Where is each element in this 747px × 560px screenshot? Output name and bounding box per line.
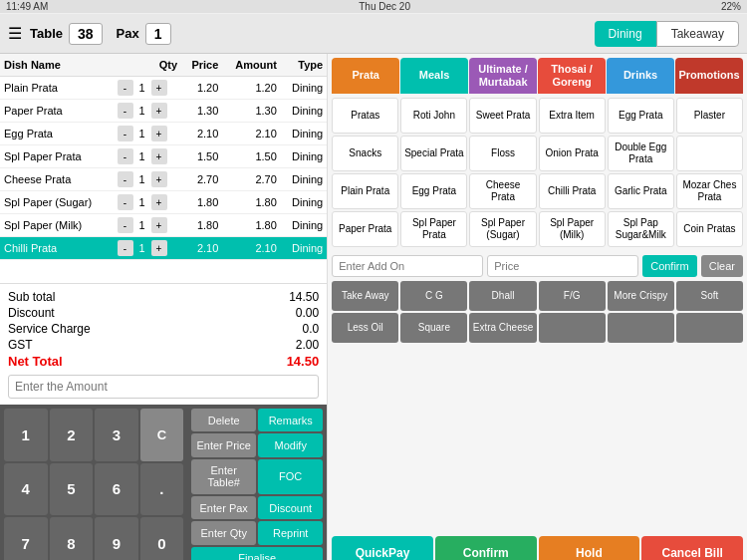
delete-button[interactable]: Delete [191,409,256,431]
menu-item[interactable]: Garlic Prata [608,173,674,209]
modify-button[interactable]: Modify [258,433,323,456]
menu-icon[interactable]: ☰ [8,24,22,43]
num-9-button[interactable]: 9 [95,517,138,560]
qty-minus-button[interactable]: - [118,103,133,119]
menu-item[interactable]: Roti John [400,98,467,134]
clear-button[interactable]: C [140,409,184,461]
menu-item[interactable]: Sweet Prata [469,98,536,134]
qty-minus-button[interactable]: - [118,171,133,187]
table-row[interactable]: Cheese Prata - 1 + 2.70 2.70 Dining [0,168,327,191]
addon-item[interactable]: Dhall [469,281,536,311]
menu-item[interactable]: Special Prata [400,136,467,171]
addon-text-input[interactable] [332,255,483,277]
menu-item[interactable]: Pratas [332,98,398,134]
dining-mode-button[interactable]: Dining [595,21,656,47]
addon-clear-button[interactable]: Clear [701,255,743,277]
cancel-bill-button[interactable]: Cancel Bill [641,536,743,560]
category-tab-drinks[interactable]: Drinks [607,58,674,94]
qty-plus-button[interactable]: + [151,171,167,187]
qty-plus-button[interactable]: + [151,80,167,96]
enter-qty-button[interactable]: Enter Qty [191,521,256,544]
category-tab-promotions[interactable]: Promotions [675,58,743,94]
enter-pax-button[interactable]: Enter Pax [191,496,256,519]
num-3-button[interactable]: 3 [95,409,138,461]
addon-confirm-button[interactable]: Confirm [642,255,697,277]
enter-table-button[interactable]: Enter Table# [191,459,256,494]
menu-item[interactable]: Egg Prata [608,98,674,134]
num-7-button[interactable]: 7 [4,517,48,560]
table-row[interactable]: Spl Paper (Milk) - 1 + 1.80 1.80 Dining [0,214,327,237]
qty-plus-button[interactable]: + [151,126,167,141]
reprint-button[interactable]: Reprint [258,521,323,544]
type-cell: Dining [281,77,327,100]
menu-item[interactable]: Snacks [332,136,398,171]
takeaway-mode-button[interactable]: Takeaway [656,21,739,47]
addon-item[interactable]: Take Away [332,281,398,311]
hold-button[interactable]: Hold [539,536,640,560]
menu-item[interactable]: Chilli Prata [539,173,606,209]
menu-item[interactable]: Spl Paper (Sugar) [469,211,536,247]
menu-item[interactable]: Plaster [676,98,743,134]
menu-item[interactable]: Floss [469,136,536,171]
type-cell: Dining [281,145,327,168]
menu-item[interactable]: Extra Item [539,98,606,134]
num-1-button[interactable]: 1 [4,409,48,461]
table-row[interactable]: Paper Prata - 1 + 1.30 1.30 Dining [0,100,327,123]
price-cell: 1.50 [181,145,222,168]
category-tab-meals[interactable]: Meals [400,58,468,94]
num-0-button[interactable]: 0 [140,517,184,560]
num-8-button[interactable]: 8 [50,517,94,560]
menu-item[interactable]: Mozar Ches Prata [676,173,743,209]
foc-button[interactable]: FOC [258,459,323,494]
menu-item[interactable]: Paper Prata [332,211,398,247]
qty-minus-button[interactable]: - [118,194,133,210]
menu-item[interactable]: Spl Paper Prata [400,211,467,247]
menu-item[interactable]: Onion Prata [539,136,606,171]
table-row[interactable]: Spl Paper (Sugar) - 1 + 1.80 1.80 Dining [0,191,327,214]
amount-input[interactable] [8,375,319,399]
category-tab-thosai[interactable]: Thosai / Goreng [538,58,606,94]
menu-item[interactable]: Spl Paper (Milk) [539,211,606,247]
qty-minus-button[interactable]: - [118,126,133,141]
price-input[interactable] [487,255,638,277]
qty-minus-button[interactable]: - [118,148,133,164]
qty-plus-button[interactable]: + [151,217,167,233]
remarks-button[interactable]: Remarks [258,409,323,431]
table-row[interactable]: Spl Paper Prata - 1 + 1.50 1.50 Dining [0,145,327,168]
menu-item[interactable]: Spl Pap Sugar&Milk [608,211,674,247]
enter-price-button[interactable]: Enter Price [191,433,256,456]
qty-minus-button[interactable]: - [118,80,133,96]
qty-minus-button[interactable]: - [118,240,133,256]
addon-item[interactable]: Soft [676,281,743,311]
finalise-button[interactable]: Finalise [191,547,323,560]
menu-item[interactable]: Coin Pratas [676,211,743,247]
num-.-button[interactable]: . [140,463,184,516]
table-row[interactable]: Chilli Prata - 1 + 2.10 2.10 Dining [0,237,327,260]
confirm-button[interactable]: Confirm [435,536,537,560]
quickpay-button[interactable]: QuickPay [332,536,433,560]
addon-item[interactable]: Extra Cheese [469,313,536,343]
num-5-button[interactable]: 5 [50,463,94,516]
discount-button[interactable]: Discount [258,496,323,519]
menu-item[interactable]: Cheese Prata [469,173,536,209]
num-6-button[interactable]: 6 [95,463,138,516]
qty-plus-button[interactable]: + [151,103,167,119]
menu-item[interactable]: Double Egg Prata [608,136,674,171]
num-2-button[interactable]: 2 [50,409,94,461]
menu-item[interactable]: Egg Prata [400,173,467,209]
table-row[interactable]: Plain Prata - 1 + 1.20 1.20 Dining [0,77,327,100]
table-row[interactable]: Egg Prata - 1 + 2.10 2.10 Dining [0,123,327,145]
addon-item[interactable]: More Crispy [608,281,674,311]
qty-plus-button[interactable]: + [151,194,167,210]
num-4-button[interactable]: 4 [4,463,48,516]
addon-item[interactable]: Less Oil [332,313,398,343]
qty-plus-button[interactable]: + [151,240,167,256]
qty-minus-button[interactable]: - [118,217,133,233]
addon-item[interactable]: Square [400,313,467,343]
qty-plus-button[interactable]: + [151,148,167,164]
addon-item[interactable]: F/G [539,281,606,311]
addon-item[interactable]: C G [400,281,467,311]
category-tab-prata[interactable]: Prata [332,58,399,94]
category-tab-ultimate[interactable]: Ultimate / Murtabak [469,58,537,94]
menu-item[interactable]: Plain Prata [332,173,398,209]
